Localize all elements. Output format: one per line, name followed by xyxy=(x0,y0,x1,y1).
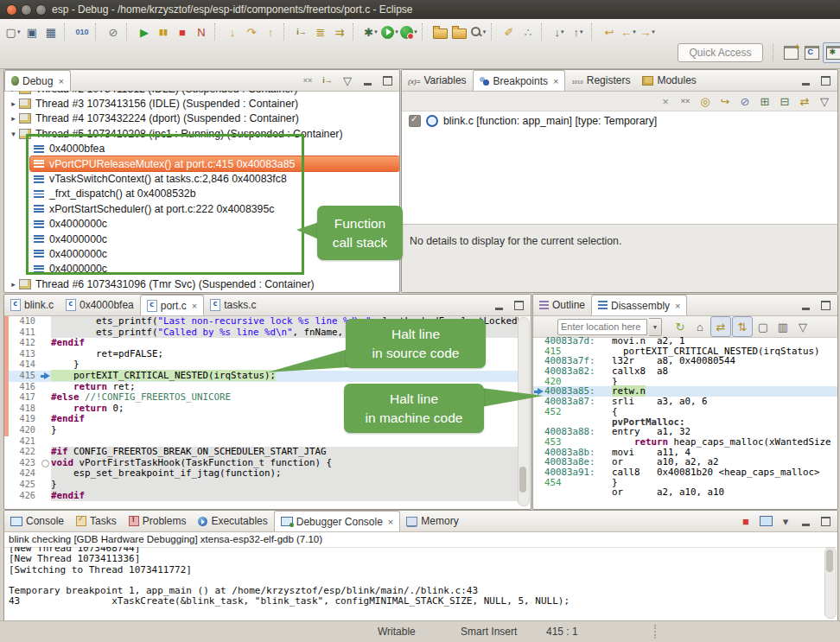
save-all-icon[interactable]: ▦ xyxy=(41,22,60,41)
minimize-icon[interactable] xyxy=(796,296,815,314)
link-with-debug-icon[interactable]: ⇄ xyxy=(795,92,814,111)
editor-scrollbar-thumb[interactable] xyxy=(519,467,526,493)
breakpoint-checkbox[interactable] xyxy=(409,115,421,127)
open-element-icon[interactable] xyxy=(430,22,449,41)
pin-view-icon[interactable]: ▥ xyxy=(773,317,792,336)
annotation-prefs-icon[interactable]: ∴ xyxy=(519,22,538,41)
open-resource-icon[interactable] xyxy=(449,22,468,41)
quick-access-box[interactable]: Quick Access xyxy=(678,43,763,62)
tab-debugger-console[interactable]: Debugger Console× xyxy=(274,511,401,531)
close-tab-icon[interactable]: × xyxy=(58,76,63,86)
close-tab-icon[interactable]: × xyxy=(553,76,558,86)
terminate-console-icon[interactable]: ■ xyxy=(736,512,755,530)
skip-all-breakpoints-icon[interactable]: ⊘ xyxy=(104,22,123,41)
refresh-icon[interactable]: ↻ xyxy=(671,317,690,336)
cpp-perspective-icon[interactable] xyxy=(802,43,821,62)
step-return-icon[interactable]: ↑ xyxy=(261,22,280,41)
maximize-icon[interactable] xyxy=(816,296,835,314)
stack-frame-row[interactable]: 0x4000bfea xyxy=(30,142,399,156)
stack-frame-row[interactable]: vPortCPUReleaseMutex() at port.c:415 0x4… xyxy=(30,156,399,171)
next-annotation-icon[interactable]: ↓▾ xyxy=(550,22,569,41)
window-maximize-button[interactable] xyxy=(35,4,47,16)
remove-all-terminated-icon[interactable]: ×× xyxy=(298,72,317,89)
window-close-button[interactable] xyxy=(6,4,17,16)
tab-breakpoints[interactable]: Breakpoints× xyxy=(473,70,566,91)
terminate-icon[interactable]: ■ xyxy=(173,22,192,41)
minimize-icon[interactable] xyxy=(796,72,815,89)
window-minimize-button[interactable] xyxy=(21,4,32,16)
tab-tasks[interactable]: Tasks xyxy=(70,511,123,531)
chevron-right-icon[interactable]: ▸ xyxy=(8,91,19,93)
console-menu-icon[interactable]: ▾ xyxy=(776,512,795,530)
suspend-icon[interactable]: ▮▮ xyxy=(154,22,173,41)
chevron-right-icon[interactable]: ▸ xyxy=(8,280,19,289)
close-tab-icon[interactable]: × xyxy=(388,517,393,527)
tab-memory[interactable]: Memory xyxy=(400,511,464,531)
debug-perspective-icon[interactable] xyxy=(823,42,840,63)
tab-console[interactable]: Console xyxy=(4,511,70,531)
search-icon[interactable]: ▾ xyxy=(468,22,487,41)
display-console-icon[interactable] xyxy=(756,512,775,530)
tab-modules[interactable]: Modules xyxy=(636,70,702,91)
maximize-icon[interactable] xyxy=(816,512,835,530)
binary-counter-icon[interactable]: 010 xyxy=(73,22,92,41)
previous-annotation-icon[interactable]: ↑▾ xyxy=(569,22,588,41)
forward-icon[interactable]: →▾ xyxy=(638,22,657,41)
tab-registers[interactable]: Registers xyxy=(565,70,636,91)
remove-all-breakpoints-icon[interactable]: ×× xyxy=(676,92,695,111)
show-breakpoints-for-icon[interactable]: ◎ xyxy=(696,92,715,111)
show-debug-columns-icon[interactable]: ≣ xyxy=(311,22,330,41)
sync-selection-icon[interactable]: ⇄ xyxy=(710,316,731,337)
profile-icon[interactable]: ▾ xyxy=(399,22,418,41)
go-to-file-icon[interactable]: ↪ xyxy=(716,92,735,111)
collapse-all-icon[interactable]: ⊟ xyxy=(775,92,794,111)
tab-outline[interactable]: Outline xyxy=(533,295,591,315)
maximize-icon[interactable] xyxy=(509,296,528,314)
minimize-icon[interactable] xyxy=(796,512,815,530)
location-input[interactable] xyxy=(557,319,647,335)
maximize-icon[interactable] xyxy=(816,72,835,89)
tab-debug[interactable]: Debug× xyxy=(4,70,71,91)
resume-icon[interactable]: ▶ xyxy=(135,22,154,41)
mark-occurrences-icon[interactable]: ✐ xyxy=(500,22,519,41)
use-step-filters-icon[interactable]: ⇉ xyxy=(330,22,349,41)
tab-0x4000bfea[interactable]: 0x4000bfea xyxy=(60,295,140,315)
tab-tasks-c[interactable]: tasks.c xyxy=(204,295,262,315)
last-edit-location-icon[interactable]: ↩ xyxy=(600,22,619,41)
chevron-right-icon[interactable]: ▸ xyxy=(8,114,19,123)
instruction-stepping-icon[interactable]: i→ xyxy=(292,22,311,41)
sync-context-icon[interactable]: ⇅ xyxy=(732,316,753,337)
expand-all-icon[interactable]: ⊞ xyxy=(755,92,774,111)
breakpoint-list-item[interactable]: blink.c [function: app_main] [type: Temp… xyxy=(402,111,837,129)
code-line[interactable]: 424 esp_set_breakpoint_if_jtag(function)… xyxy=(4,468,519,480)
run-icon[interactable]: ▾ xyxy=(380,22,399,41)
location-dropdown-icon[interactable]: ▼ xyxy=(649,318,662,336)
back-icon[interactable]: ←▾ xyxy=(619,22,638,41)
view-menu-icon[interactable]: ▽ xyxy=(815,92,834,111)
stack-frame-row[interactable]: 0x4000000c xyxy=(30,262,399,277)
save-icon[interactable]: ▣ xyxy=(22,22,41,41)
tab-executables[interactable]: Executables xyxy=(192,511,273,531)
open-perspective-icon[interactable] xyxy=(781,43,800,62)
console-scrollbar-thumb[interactable] xyxy=(826,550,833,572)
skip-all-icon[interactable]: ⊘ xyxy=(735,92,754,111)
minimize-icon[interactable] xyxy=(489,296,508,314)
home-icon[interactable]: ⌂ xyxy=(690,317,710,336)
thread-row[interactable]: ▸Thread #6 1073431096 (Tmr Svc) (Suspend… xyxy=(4,277,399,291)
tab-port-c[interactable]: port.c× xyxy=(140,295,204,315)
console-output-area[interactable]: [New Thread 1073468744][New Thread 10734… xyxy=(4,547,825,620)
new-wizard-icon[interactable]: ▢▾ xyxy=(3,22,22,41)
tab-variables[interactable]: Variables xyxy=(402,70,473,91)
view-menu-icon[interactable]: ▽ xyxy=(793,317,812,336)
step-over-icon[interactable]: ↷ xyxy=(242,22,261,41)
thread-row[interactable]: ▸Thread #4 1073432224 (dport) (Suspended… xyxy=(4,111,399,126)
minimize-icon[interactable] xyxy=(358,72,377,89)
chevron-down-icon[interactable]: ▾ xyxy=(8,130,19,138)
close-tab-icon[interactable]: × xyxy=(675,301,680,311)
code-line[interactable]: 426#endif xyxy=(4,491,519,502)
tab-blink-c[interactable]: blink.c xyxy=(4,295,60,315)
maximize-icon[interactable] xyxy=(378,72,397,89)
thread-row[interactable]: ▸Thread #3 1073413156 (IDLE) (Suspended … xyxy=(4,96,399,111)
disconnect-icon[interactable]: N xyxy=(192,22,211,41)
close-tab-icon[interactable]: × xyxy=(192,301,197,311)
